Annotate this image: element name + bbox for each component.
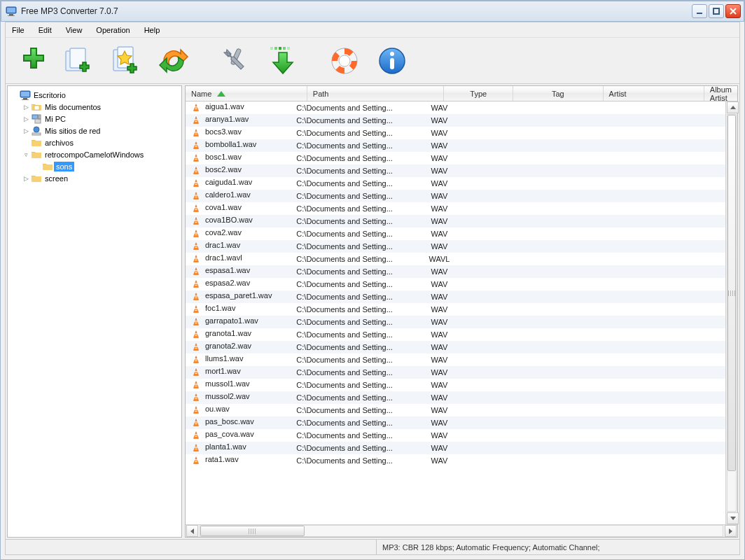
scroll-left-button[interactable] <box>186 525 198 537</box>
table-row[interactable]: mussol1.wavC:\Documents and Setting...WA… <box>186 379 725 391</box>
tree-item[interactable]: ▷archivos <box>20 136 180 148</box>
table-row[interactable]: foc1.wavC:\Documents and Setting...WAV <box>186 303 725 316</box>
menu-file[interactable]: File <box>10 24 27 36</box>
table-row[interactable]: mort1.wavC:\Documents and Setting...WAV <box>186 366 725 379</box>
tree-item-label: screen <box>43 174 70 183</box>
column-name[interactable]: Name <box>186 86 307 101</box>
close-button[interactable] <box>725 4 741 18</box>
tree-item[interactable]: ▷screen <box>20 172 180 184</box>
monitor-icon <box>19 90 32 101</box>
table-row[interactable]: espasa2.wavC:\Documents and Setting...WA… <box>186 278 725 290</box>
settings-button[interactable] <box>214 40 256 82</box>
collapse-icon[interactable]: ▷ <box>22 115 30 122</box>
menu-operation[interactable]: Operation <box>94 24 132 36</box>
column-tag[interactable]: Tag <box>513 86 603 101</box>
vlc-cone-icon <box>191 355 201 365</box>
minimize-button[interactable] <box>692 4 707 18</box>
table-row[interactable]: cova1.wavC:\Documents and Setting...WAV <box>186 202 725 215</box>
tree-item[interactable]: ▷Escritorio <box>9 89 180 101</box>
table-row[interactable]: mussol2.wavC:\Documents and Setting...WA… <box>186 391 725 404</box>
svg-rect-28 <box>697 13 702 14</box>
table-row[interactable]: bosc1.wavC:\Documents and Setting...WAV <box>186 152 725 164</box>
add-files-button[interactable] <box>10 40 52 82</box>
cell-path: C:\Documents and Setting... <box>291 431 409 440</box>
vlc-cone-icon <box>191 115 201 125</box>
menu-help[interactable]: Help <box>142 24 162 36</box>
column-path[interactable]: Path <box>307 86 445 101</box>
help-button[interactable] <box>323 40 365 82</box>
folder-tree[interactable]: ▷Escritorio▷Mis documentos▷Mi PC▷Mis sit… <box>7 85 182 538</box>
table-row[interactable]: drac1.wavlC:\Documents and Setting...WAV… <box>186 253 725 265</box>
scroll-up-button[interactable] <box>727 102 739 113</box>
download-button[interactable] <box>262 40 304 82</box>
table-row[interactable]: aranya1.wavC:\Documents and Setting...WA… <box>186 114 725 127</box>
table-row[interactable]: aigua1.wavC:\Documents and Setting...WAV <box>186 102 725 114</box>
scroll-track-horizontal[interactable] <box>200 525 723 537</box>
scroll-track-vertical[interactable] <box>727 114 737 512</box>
titlebar[interactable]: Free MP3 Converter 7.0.7 <box>1 1 744 22</box>
table-row[interactable]: rata1.wavC:\Documents and Setting...WAV <box>186 454 725 467</box>
cell-path: C:\Documents and Setting... <box>291 230 409 238</box>
tree-item[interactable]: ▷sons <box>32 160 180 172</box>
table-row[interactable]: garrapato1.wavC:\Documents and Setting..… <box>186 316 725 328</box>
vertical-scrollbar[interactable] <box>725 102 737 524</box>
table-row[interactable]: bombolla1.wavC:\Documents and Setting...… <box>186 139 725 152</box>
expand-icon[interactable]: ▿ <box>22 151 30 158</box>
convert-button[interactable] <box>153 40 195 82</box>
cell-type: WAV <box>409 419 470 427</box>
column-album-artist[interactable]: Album Artist <box>704 86 737 101</box>
table-row[interactable]: cova1BO.wavC:\Documents and Setting...WA… <box>186 215 725 227</box>
favorites-button[interactable] <box>105 40 147 82</box>
cell-name: espasa1.wav <box>186 266 291 276</box>
table-row[interactable]: pas_bosc.wavC:\Documents and Setting...W… <box>186 416 725 429</box>
cell-type: WAV <box>409 154 470 162</box>
horizontal-scrollbar[interactable] <box>186 524 737 537</box>
table-row[interactable]: pas_cova.wavC:\Documents and Setting...W… <box>186 429 725 442</box>
scroll-thumb-horizontal[interactable] <box>200 526 305 536</box>
cell-path: C:\Documents and Setting... <box>291 330 409 339</box>
table-row[interactable]: caiguda1.wavC:\Documents and Setting...W… <box>186 177 725 190</box>
table-row[interactable]: cova2.wavC:\Documents and Setting...WAV <box>186 227 725 240</box>
cell-name: ou.wav <box>186 405 291 414</box>
cell-name: garrapato1.wav <box>186 316 291 326</box>
menu-edit[interactable]: Edit <box>36 24 54 36</box>
table-row[interactable]: drac1.wavC:\Documents and Setting...WAV <box>186 240 725 253</box>
file-list[interactable]: NamePathTypeTagArtistAlbum Artist aigua1… <box>185 85 738 538</box>
add-folder-button[interactable] <box>57 40 99 82</box>
pc-icon <box>30 113 43 125</box>
cell-name: caldero1.wav <box>186 190 291 200</box>
table-row[interactable]: espasa_paret1.wavC:\Documents and Settin… <box>186 290 725 303</box>
vlc-cone-icon <box>191 418 201 428</box>
cell-name: mort1.wav <box>186 367 291 377</box>
maximize-button[interactable] <box>709 4 724 18</box>
cell-type: WAV <box>409 129 470 137</box>
table-row[interactable]: llums1.wavC:\Documents and Setting...WAV <box>186 354 725 366</box>
cell-path: C:\Documents and Setting... <box>291 141 409 150</box>
scroll-right-button[interactable] <box>725 525 737 537</box>
table-row[interactable]: caldero1.wavC:\Documents and Setting...W… <box>186 190 725 202</box>
column-artist[interactable]: Artist <box>604 86 704 101</box>
collapse-icon[interactable]: ▷ <box>22 175 30 182</box>
cell-path: C:\Documents and Setting... <box>291 444 409 452</box>
table-row[interactable]: bocs3.wavC:\Documents and Setting...WAV <box>186 127 725 139</box>
table-row[interactable]: granota2.wavC:\Documents and Setting...W… <box>186 341 725 354</box>
table-row[interactable]: ou.wavC:\Documents and Setting...WAV <box>186 404 725 416</box>
tree-item[interactable]: ▷Mis documentos <box>20 101 180 113</box>
table-row[interactable]: granota1.wavC:\Documents and Setting...W… <box>186 328 725 341</box>
scroll-down-button[interactable] <box>727 512 739 524</box>
vlc-cone-icon <box>191 141 201 150</box>
table-row[interactable]: bosc2.wavC:\Documents and Setting...WAV <box>186 164 725 177</box>
cell-path: C:\Documents and Setting... <box>291 129 409 137</box>
column-type[interactable]: Type <box>444 86 513 101</box>
scroll-thumb-vertical[interactable] <box>727 115 736 471</box>
collapse-icon[interactable]: ▷ <box>22 127 30 134</box>
table-row[interactable]: planta1.wavC:\Documents and Setting...WA… <box>186 442 725 454</box>
tree-item[interactable]: ▷Mis sitios de red <box>20 125 180 136</box>
collapse-icon[interactable]: ▷ <box>22 104 30 111</box>
tree-item[interactable]: ▿retrocompoCamelotWindows <box>20 148 180 160</box>
about-button[interactable] <box>371 40 413 82</box>
tree-item[interactable]: ▷Mi PC <box>20 113 180 125</box>
menu-view[interactable]: View <box>64 24 85 36</box>
list-body[interactable]: aigua1.wavC:\Documents and Setting...WAV… <box>186 102 725 524</box>
table-row[interactable]: espasa1.wavC:\Documents and Setting...WA… <box>186 265 725 278</box>
